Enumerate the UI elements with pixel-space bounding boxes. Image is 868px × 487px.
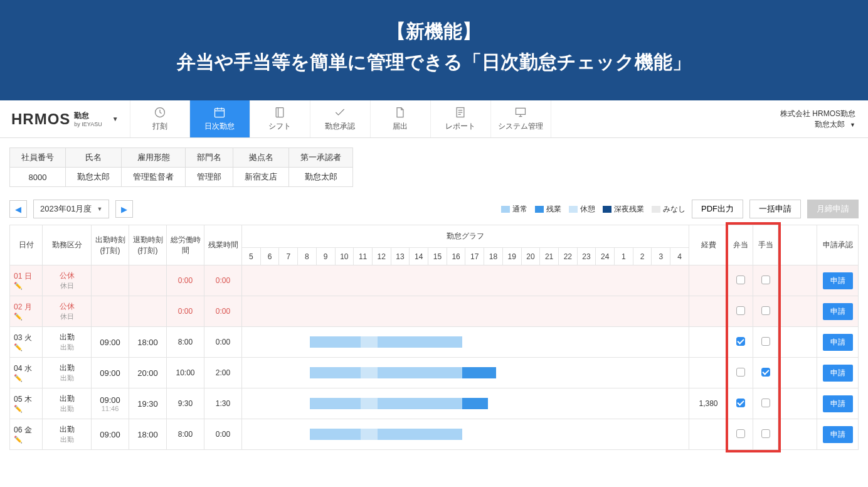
emp-header: 雇用形態 bbox=[122, 148, 186, 168]
col-in: 出勤時刻(打刻) bbox=[92, 225, 129, 265]
attendance-row: 05 木✏️出勤出勤09:0011:4619:309:301:301,380申請 bbox=[10, 388, 859, 419]
nav-clock[interactable]: 打刻 bbox=[130, 100, 190, 137]
hour-header: 24 bbox=[596, 248, 615, 265]
chevron-down-icon: ▼ bbox=[850, 122, 855, 128]
user-menu[interactable]: 株式会社 HRMOS勤怠 勤怠太郎▼ bbox=[780, 109, 868, 130]
hour-header: 4 bbox=[670, 248, 689, 265]
logo[interactable]: HRMOS 勤怠 by IEYASU ▼ bbox=[0, 110, 130, 128]
attendance-graph bbox=[242, 336, 689, 348]
legend-swatch bbox=[652, 206, 660, 213]
apply-button[interactable]: 申請 bbox=[823, 303, 853, 320]
chevron-down-icon: ▼ bbox=[112, 115, 119, 122]
emp-value: 管理部 bbox=[186, 168, 233, 187]
period-row: ◀ 2023年01月度 ▼ ▶ 通常残業休憩深夜残業みなし PDF出力 一括申請… bbox=[9, 200, 859, 218]
hour-header: 12 bbox=[372, 248, 391, 265]
kubun-sub: 出勤 bbox=[44, 373, 90, 383]
banner-title-2: 弁当や手当等を簡単に管理できる「日次勤怠チェック機能」 bbox=[13, 50, 855, 75]
nav-notebook[interactable]: シフト bbox=[250, 100, 310, 137]
ot-time: 0:00 bbox=[216, 276, 230, 285]
out-time: 18:00 bbox=[130, 430, 165, 439]
graph-bar bbox=[310, 429, 361, 440]
banner-title-1: 【新機能】 bbox=[13, 19, 855, 45]
prev-period-button[interactable]: ◀ bbox=[9, 200, 27, 218]
col-ot: 残業時間 bbox=[204, 225, 242, 265]
hour-header: 3 bbox=[652, 248, 670, 265]
pdf-export-button[interactable]: PDF出力 bbox=[692, 200, 743, 218]
period-select[interactable]: 2023年01月度 ▼ bbox=[33, 200, 109, 218]
nav-check[interactable]: 勤怠承認 bbox=[310, 100, 371, 137]
graph-bar bbox=[310, 367, 361, 378]
bento-checkbox[interactable] bbox=[736, 399, 745, 407]
next-period-button[interactable]: ▶ bbox=[115, 200, 133, 218]
teate-checkbox[interactable] bbox=[761, 368, 770, 377]
nav-file[interactable]: 届出 bbox=[371, 100, 431, 137]
pencil-icon[interactable]: ✏️ bbox=[14, 405, 41, 413]
employee-info-table: 社員番号氏名雇用形態部門名拠点名第一承認者 8000勤怠太郎管理監督者管理部新宿… bbox=[9, 147, 353, 187]
keihi-value: 1,380 bbox=[689, 388, 728, 419]
nav-label: システム管理 bbox=[498, 121, 543, 132]
teate-checkbox[interactable] bbox=[761, 429, 770, 438]
attendance-row: 01 日✏️公休休日0:000:00申請 bbox=[10, 265, 859, 296]
graph-bar bbox=[361, 367, 378, 378]
bento-checkbox[interactable] bbox=[736, 429, 745, 438]
kubun-main: 公休 bbox=[44, 270, 90, 281]
spacer-cell bbox=[778, 296, 817, 327]
in-time: 09:00 bbox=[93, 368, 127, 378]
period-label: 2023年01月度 bbox=[40, 203, 92, 215]
kubun-sub: 休日 bbox=[44, 312, 90, 321]
pencil-icon[interactable]: ✏️ bbox=[14, 436, 41, 444]
teate-checkbox[interactable] bbox=[761, 306, 770, 315]
hour-header: 5 bbox=[242, 248, 261, 265]
emp-value: 新宿支店 bbox=[233, 168, 289, 187]
pencil-icon[interactable]: ✏️ bbox=[14, 282, 41, 290]
graph-bar bbox=[378, 429, 462, 440]
graph-bar bbox=[310, 336, 361, 348]
check-icon bbox=[334, 106, 346, 119]
col-total: 総労働時間 bbox=[167, 225, 204, 265]
attendance-table: 日付勤務区分出勤時刻(打刻)退勤時刻(打刻)総労働時間残業時間勤怠グラフ経費弁当… bbox=[9, 225, 859, 450]
kubun-main: 出勤 bbox=[44, 363, 90, 373]
total-time: 9:30 bbox=[178, 399, 193, 408]
legend-swatch bbox=[535, 206, 544, 213]
apply-button[interactable]: 申請 bbox=[823, 334, 853, 351]
teate-checkbox[interactable] bbox=[761, 337, 770, 346]
chevron-down-icon: ▼ bbox=[97, 206, 102, 212]
apply-button[interactable]: 申請 bbox=[823, 365, 853, 382]
ot-time: 0:00 bbox=[216, 338, 230, 346]
col-keihi: 経費 bbox=[689, 225, 728, 265]
bento-checkbox[interactable] bbox=[736, 337, 745, 346]
kubun-sub: 休日 bbox=[44, 281, 90, 291]
keihi-value bbox=[689, 419, 728, 450]
graph-bar bbox=[462, 367, 496, 378]
teate-checkbox[interactable] bbox=[761, 399, 770, 407]
bento-checkbox[interactable] bbox=[736, 306, 745, 315]
hour-header: 1 bbox=[615, 248, 633, 265]
nav-monitor[interactable]: システム管理 bbox=[491, 100, 551, 137]
nav-calendar[interactable]: 日次勤怠 bbox=[190, 100, 250, 137]
emp-value: 勤怠太郎 bbox=[66, 168, 122, 187]
nav-doc[interactable]: レポート bbox=[431, 100, 491, 137]
kubun-main: 公休 bbox=[44, 301, 90, 312]
logo-text: HRMOS bbox=[11, 110, 70, 128]
teate-checkbox[interactable] bbox=[761, 276, 770, 284]
pencil-icon[interactable]: ✏️ bbox=[14, 374, 41, 382]
logo-tiny: by IEYASU bbox=[74, 121, 102, 127]
kubun-sub: 出勤 bbox=[44, 435, 90, 444]
feature-banner: 【新機能】 弁当や手当等を簡単に管理できる「日次勤怠チェック機能」 bbox=[0, 0, 868, 100]
apply-button[interactable]: 申請 bbox=[823, 395, 853, 412]
pencil-icon[interactable]: ✏️ bbox=[14, 313, 41, 321]
kubun-main: 出勤 bbox=[44, 332, 90, 343]
pencil-icon[interactable]: ✏️ bbox=[14, 343, 41, 351]
apply-button[interactable]: 申請 bbox=[823, 272, 853, 289]
apply-button[interactable]: 申請 bbox=[823, 426, 853, 443]
hour-header: 19 bbox=[502, 248, 521, 265]
out-time: 19:30 bbox=[130, 399, 165, 409]
bento-checkbox[interactable] bbox=[736, 276, 745, 284]
hour-header: 8 bbox=[298, 248, 317, 265]
hour-header: 13 bbox=[391, 248, 410, 265]
batch-apply-button[interactable]: 一括申請 bbox=[749, 200, 801, 218]
attendance-graph bbox=[242, 275, 689, 286]
bento-checkbox[interactable] bbox=[736, 368, 745, 377]
out-time: 20:00 bbox=[130, 368, 165, 378]
attendance-row: 02 月✏️公休休日0:000:00申請 bbox=[10, 296, 859, 327]
